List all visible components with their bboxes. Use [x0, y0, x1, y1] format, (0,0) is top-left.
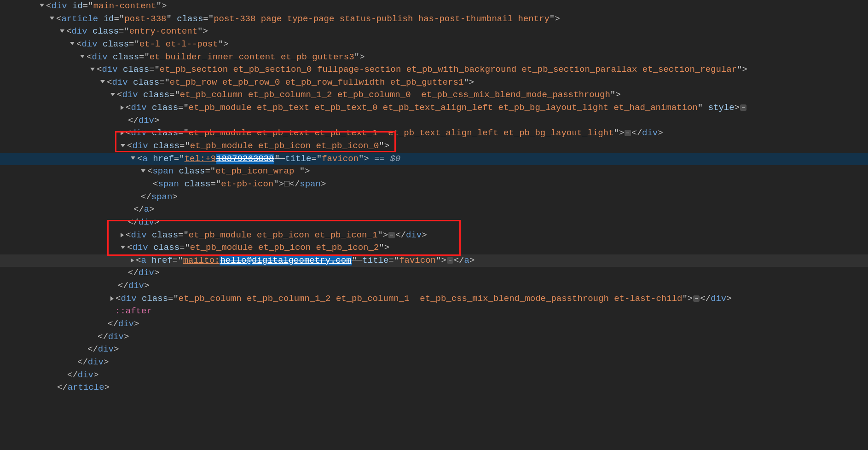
attr-value: et_pb_module et_pb_icon et_pb_icon_2	[190, 242, 379, 253]
syntax-punct: >	[203, 26, 208, 36]
dom-tree-row[interactable]: </div>	[0, 115, 868, 127]
tag-name: div	[139, 268, 154, 278]
dom-tree-row[interactable]: </div>	[0, 356, 868, 369]
syntax-punct: >	[735, 103, 740, 113]
chevron-right-icon[interactable]	[121, 233, 124, 237]
expand-ellipsis-icon[interactable]: ⋯	[693, 295, 700, 302]
dom-tree-row[interactable]: <div class="et_builder_inner_content et_…	[0, 51, 868, 64]
dom-tree-row[interactable]: <div class="et_pb_row et_pb_row_0 et_pb_…	[0, 76, 868, 89]
dom-tree-row[interactable]: <article id="post-338" class="post-338 p…	[0, 13, 868, 26]
dom-tree-row[interactable]: </div>	[0, 369, 868, 382]
syntax-punct: >	[441, 255, 446, 265]
syntax-punct: </	[700, 294, 711, 304]
syntax-punct: </	[395, 230, 406, 240]
syntax-punct: "	[210, 166, 215, 176]
chevron-right-icon[interactable]	[110, 296, 114, 301]
dom-tree-row[interactable]: <div class="et-l et-l--post">	[0, 38, 868, 51]
syntax-punct	[98, 39, 103, 49]
dom-tree[interactable]: <div id="main-content"><article id="post…	[0, 0, 868, 394]
tag-name: a	[141, 255, 146, 265]
syntax-punct: <	[116, 294, 121, 304]
dom-tree-row[interactable]: ::after	[0, 305, 868, 318]
expand-ellipsis-icon[interactable]: ⋯	[625, 130, 631, 136]
syntax-punct	[67, 1, 72, 11]
attr-value: post-338	[124, 14, 166, 24]
syntax-punct: "	[613, 128, 619, 138]
syntax-punct	[148, 242, 153, 253]
dom-tree-row[interactable]: </div>	[0, 331, 868, 344]
dom-tree-row[interactable]: </div>	[0, 343, 868, 356]
expand-ellipsis-icon[interactable]: ⋯	[447, 257, 453, 264]
syntax-eq: =	[178, 230, 183, 240]
syntax-punct: <	[117, 90, 122, 100]
attr-value: et_pb_module et_pb_icon et_pb_icon_0	[190, 141, 379, 151]
tag-name: div	[71, 26, 87, 36]
dom-tree-row[interactable]: <div class="entry-content">	[0, 25, 868, 38]
dom-tree-row[interactable]: <div class="et_pb_section et_pb_section_…	[0, 63, 868, 76]
dom-tree-row[interactable]: <div class="et_pb_module et_pb_icon et_p…	[0, 229, 868, 242]
syntax-punct: "	[698, 103, 708, 113]
dom-tree-row[interactable]: <div class="et_pb_column et_pb_column_1_…	[0, 89, 868, 102]
expand-ellipsis-icon[interactable]: ⋯	[388, 232, 395, 238]
dom-tree-row[interactable]: <span class="et_pb_icon_wrap ">	[0, 165, 868, 178]
attr-value: et-pb-icon	[221, 179, 273, 189]
syntax-punct	[87, 26, 93, 36]
chevron-down-icon[interactable]	[90, 68, 95, 71]
attr-name: class	[142, 294, 168, 304]
dom-tree-row[interactable]: </div>	[0, 318, 868, 331]
tag-name: span	[151, 192, 173, 202]
attr-value: et_pb_module et_pb_icon et_pb_icon_1	[189, 230, 377, 240]
syntax-punct: "	[124, 26, 129, 36]
syntax-punct: "	[197, 26, 203, 36]
dom-tree-row[interactable]: <a href="tel:+918879263838" title="favic…	[0, 153, 868, 166]
dom-tree-row[interactable]: <span class="et-pb-icon">□</span>	[0, 178, 868, 191]
dom-tree-row[interactable]: <div class="et_pb_module et_pb_icon et_p…	[0, 242, 868, 254]
dom-tree-row[interactable]: <a href="mailto:hello@digitalgeometry.co…	[0, 254, 868, 267]
dom-tree-row[interactable]: </div>	[0, 216, 868, 229]
attr-value-link-redacted: hello@digitalgeometry.com	[220, 255, 352, 265]
dom-tree-row[interactable]: </a>	[0, 203, 868, 216]
dom-tree-row[interactable]: <div class="et_pb_module et_pb_text et_p…	[0, 102, 868, 115]
chevron-right-icon[interactable]	[131, 258, 134, 263]
chevron-right-icon[interactable]	[121, 105, 124, 110]
syntax-punct: <	[126, 230, 131, 240]
chevron-down-icon[interactable]	[70, 42, 75, 45]
chevron-down-icon[interactable]	[60, 29, 64, 33]
dom-tree-row[interactable]: <div class="et_pb_module et_pb_text et_p…	[0, 127, 868, 140]
syntax-punct: >	[726, 294, 731, 304]
chevron-down-icon[interactable]	[141, 169, 145, 173]
dom-tree-row[interactable]: </div>	[0, 280, 868, 293]
attr-value: entry-content	[129, 26, 197, 36]
syntax-eq: =	[169, 90, 174, 100]
chevron-down-icon[interactable]	[50, 17, 54, 20]
syntax-punct: </	[77, 357, 88, 367]
attr-name: class	[153, 141, 179, 151]
syntax-punct: >	[223, 39, 228, 49]
syntax-punct: "	[183, 128, 188, 138]
dom-tree-row[interactable]: </div>	[0, 267, 868, 280]
syntax-punct: >	[104, 357, 109, 367]
chevron-down-icon[interactable]	[40, 4, 44, 7]
chevron-down-icon[interactable]	[100, 80, 105, 83]
attr-name: style	[708, 103, 735, 113]
chevron-down-icon[interactable]	[131, 156, 135, 160]
chevron-down-icon[interactable]	[110, 93, 115, 96]
dom-tree-row[interactable]: <div class="et_pb_column et_pb_column_1_…	[0, 293, 868, 306]
tag-name: div	[139, 115, 154, 126]
attr-value-link-redacted: 18879263838	[216, 154, 274, 164]
dom-tree-row[interactable]: <div id="main-content">	[0, 0, 868, 13]
chevron-down-icon[interactable]	[80, 55, 85, 58]
dom-tree-row[interactable]: </span>	[0, 191, 868, 204]
tag-name: div	[78, 370, 93, 380]
dom-tree-row[interactable]: </article>	[0, 381, 868, 394]
expand-ellipsis-icon[interactable]: ⋯	[740, 104, 746, 111]
chevron-down-icon[interactable]	[121, 246, 125, 249]
syntax-punct: >	[422, 230, 427, 240]
syntax-eq: =	[203, 14, 208, 24]
dom-tree-row[interactable]: <div class="et_pb_module et_pb_icon et_p…	[0, 140, 868, 153]
chevron-down-icon[interactable]	[121, 144, 125, 147]
syntax-punct: >	[154, 217, 159, 227]
chevron-right-icon[interactable]	[121, 131, 124, 135]
syntax-punct: "	[216, 179, 221, 189]
syntax-eq: =	[179, 242, 185, 253]
